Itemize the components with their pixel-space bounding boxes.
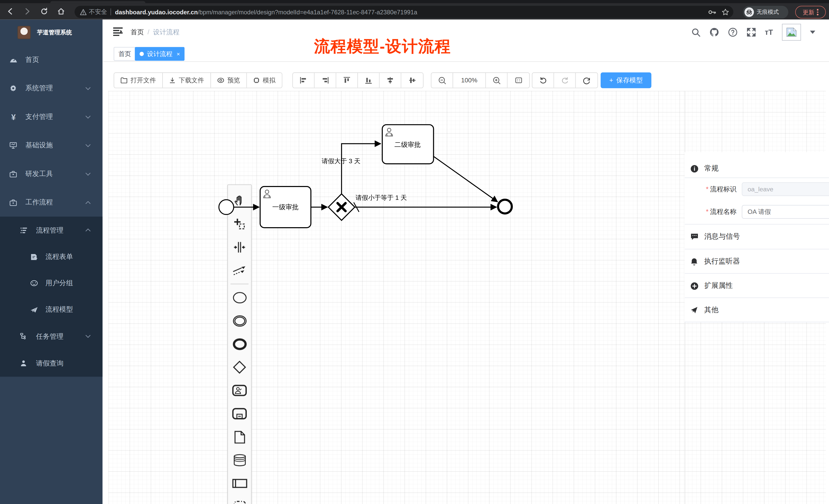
app-logo-row[interactable]: 芋道管理系统: [0, 20, 103, 45]
browser-chrome: 不安全 dashboard.yudao.iocoder.cn/bpm/manag…: [0, 0, 829, 20]
back-icon[interactable]: [4, 6, 16, 17]
message-icon: [690, 233, 698, 240]
breadcrumb-home[interactable]: 首页: [131, 29, 144, 36]
bpmn-designer: 打开文件 下载文件 预览 模拟: [103, 62, 829, 504]
search-icon[interactable]: [691, 28, 700, 37]
process-name-input[interactable]: [742, 205, 829, 219]
sidebar-item-home[interactable]: 首页: [0, 45, 103, 74]
align-left-icon[interactable]: [293, 73, 315, 88]
sidebar-item-devtools[interactable]: 研发工具: [0, 160, 103, 188]
avatar-menu-caret-icon[interactable]: [810, 31, 816, 34]
start-event[interactable]: [219, 200, 234, 215]
sidebar-item-task-mgmt[interactable]: 任务管理: [0, 323, 103, 350]
preview-button[interactable]: 预览: [211, 73, 247, 88]
monitor-icon: [9, 142, 17, 149]
message-signal-section[interactable]: 消息与信号: [685, 224, 829, 249]
download-file-button[interactable]: 下载文件: [163, 73, 211, 88]
section-label: 扩展属性: [704, 281, 733, 290]
sidebar-item-infra[interactable]: 基础设施: [0, 131, 103, 160]
sidebar-item-system[interactable]: 系统管理: [0, 74, 103, 103]
send-icon: [690, 307, 698, 314]
section-label: 常规: [704, 164, 719, 173]
url-path: /bpm/manager/model/design?modelId=e4a1a1…: [197, 9, 417, 15]
condition-label-gt3[interactable]: 请假大于 3 天: [322, 158, 360, 164]
list-icon: [20, 227, 28, 233]
key-icon[interactable]: [708, 9, 716, 15]
zoom-out-icon[interactable]: [431, 73, 453, 88]
sidebar-item-process-form[interactable]: 流程表单: [0, 243, 103, 270]
create-subprocess-icon[interactable]: [229, 402, 250, 425]
sidebar-item-label: 流程表单: [45, 252, 73, 262]
sidebar-item-process-mgmt[interactable]: 流程管理: [0, 217, 103, 243]
create-participant-icon[interactable]: [229, 472, 250, 495]
zoom-reset-icon[interactable]: [507, 73, 529, 88]
divider: [685, 178, 829, 178]
sidebar-item-process-model[interactable]: 流程模型: [0, 297, 103, 323]
condition-label-le1[interactable]: 请假小于等于 1 天: [355, 194, 407, 201]
other-section[interactable]: 其他: [685, 298, 829, 323]
required-mark: *: [706, 208, 709, 216]
user-task-level2[interactable]: 二级审批: [382, 125, 433, 164]
update-button[interactable]: 更新: [795, 6, 826, 19]
exclusive-gateway[interactable]: [328, 194, 355, 220]
sidebar-item-leave-query[interactable]: 请假查询: [0, 350, 103, 377]
create-user-task-icon[interactable]: [229, 379, 250, 402]
page-title-annotation: 流程模型-设计流程: [314, 36, 451, 57]
sidebar-item-payment[interactable]: ¥ 支付管理: [0, 103, 103, 131]
tree-icon: [20, 333, 28, 340]
sidebar-item-user-group[interactable]: 用户分组: [0, 270, 103, 296]
end-event[interactable]: [498, 200, 512, 214]
zoom-in-icon[interactable]: [486, 73, 508, 88]
flow-gateway-to-task2[interactable]: [341, 144, 381, 194]
create-data-store-icon[interactable]: [229, 449, 250, 472]
tab-home[interactable]: 首页: [114, 47, 136, 61]
create-end-event-icon[interactable]: [229, 332, 250, 356]
bell-icon: [690, 258, 698, 266]
sidebar-item-label: 基础设施: [25, 141, 53, 150]
align-center-horizontal-icon[interactable]: [401, 73, 423, 88]
align-bottom-icon[interactable]: [358, 73, 380, 88]
create-group-icon[interactable]: [229, 495, 250, 504]
address-bar[interactable]: 不安全 dashboard.yudao.iocoder.cn/bpm/manag…: [74, 6, 733, 18]
update-label: 更新: [803, 8, 814, 16]
tab-design-process[interactable]: 设计流程 ×: [135, 47, 185, 61]
chevron-down-icon: [85, 172, 91, 176]
avatar[interactable]: [782, 24, 801, 41]
tab-close-icon[interactable]: ×: [177, 51, 180, 57]
browser-tab[interactable]: [50, 1, 145, 3]
create-gateway-icon[interactable]: [229, 356, 250, 379]
url-domain: dashboard.yudao.iocoder.cn: [115, 9, 197, 15]
github-icon[interactable]: [709, 27, 719, 37]
fullscreen-icon[interactable]: [746, 27, 756, 37]
simulate-button[interactable]: 模拟: [247, 73, 282, 88]
bookmark-star-icon[interactable]: [722, 8, 729, 15]
flow-task2-to-end[interactable]: [433, 156, 498, 202]
align-right-icon[interactable]: [315, 73, 336, 88]
browser-menu-icon[interactable]: [817, 9, 818, 15]
create-data-object-icon[interactable]: [229, 425, 250, 449]
align-top-icon[interactable]: [336, 73, 358, 88]
zoom-button-group: 100%: [431, 72, 530, 88]
execution-listener-section[interactable]: 执行监听器: [685, 249, 829, 274]
font-size-icon[interactable]: тT: [765, 28, 773, 36]
sidebar-item-workflow[interactable]: 工作流程: [0, 188, 103, 217]
save-model-button[interactable]: + 保存模型: [601, 72, 651, 88]
reload-icon[interactable]: [38, 6, 50, 17]
dashboard-icon: [9, 56, 17, 63]
align-center-vertical-icon[interactable]: [380, 73, 401, 88]
open-file-button[interactable]: 打开文件: [114, 73, 163, 88]
sidebar-collapse-icon[interactable]: [113, 27, 123, 36]
redo-icon[interactable]: [554, 73, 576, 88]
chevron-down-icon: [85, 335, 91, 338]
help-icon[interactable]: [728, 27, 737, 37]
process-key-input[interactable]: [742, 182, 829, 196]
extended-attrs-section[interactable]: 扩展属性: [685, 273, 829, 299]
undo-icon[interactable]: [533, 73, 554, 88]
sidebar-item-label: 支付管理: [25, 112, 53, 121]
gear-icon: [9, 84, 17, 92]
user-task-level1[interactable]: 一级审批: [260, 187, 311, 228]
restart-icon[interactable]: [576, 73, 598, 88]
forward-icon[interactable]: [21, 6, 33, 17]
incognito-icon: [745, 7, 754, 17]
home-icon[interactable]: [55, 6, 67, 17]
